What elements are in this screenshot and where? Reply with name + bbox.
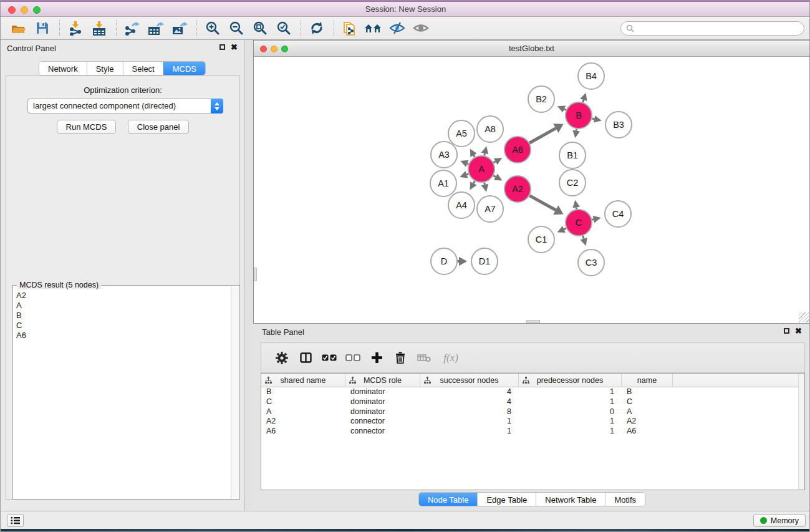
- tab-network[interactable]: Network: [39, 62, 87, 75]
- table-row[interactable]: Bdominator41B: [261, 387, 804, 397]
- table-cell[interactable]: A6: [622, 427, 673, 437]
- table-row[interactable]: Cdominator41C: [261, 397, 804, 407]
- graph-edge-A-A2[interactable]: [493, 176, 496, 177]
- criterion-dropdown[interactable]: largest connected component (directed): [27, 99, 223, 114]
- left-splitter-grip[interactable]: [254, 268, 257, 281]
- clone-network-button[interactable]: [340, 19, 359, 37]
- table-tab-edge-table[interactable]: Edge Table: [477, 493, 536, 506]
- import-network-button[interactable]: [66, 19, 85, 37]
- export-image-button[interactable]: [170, 19, 189, 37]
- table-scrollbar[interactable]: [798, 374, 804, 490]
- tab-select[interactable]: Select: [123, 62, 163, 75]
- zoom-in-button[interactable]: [203, 19, 222, 37]
- table-cell[interactable]: 1: [519, 387, 622, 397]
- table-cell[interactable]: A6: [261, 427, 345, 437]
- graph-edge-B-B3[interactable]: [592, 118, 594, 119]
- table-row[interactable]: A6connector11A6: [261, 427, 804, 437]
- tab-mcds[interactable]: MCDS: [163, 62, 205, 75]
- table-cell[interactable]: A2: [261, 417, 345, 427]
- maximize-window-button[interactable]: [33, 6, 41, 14]
- table-row[interactable]: Adominator80A: [261, 407, 804, 417]
- zoom-selected-button[interactable]: [274, 19, 293, 37]
- show-columns-button[interactable]: [295, 349, 316, 367]
- float-table-panel-icon[interactable]: [784, 328, 789, 334]
- column-header-predecessor-nodes[interactable]: predecessor nodes: [519, 374, 622, 387]
- network-canvas[interactable]: B4B2BB3B1A5A8A3A6AA1A2C2A4A7C4CC1C3DD1: [254, 57, 809, 323]
- table-cell[interactable]: connector: [345, 417, 420, 427]
- mcds-result-item[interactable]: A: [14, 301, 231, 311]
- close-network-button[interactable]: [260, 46, 267, 52]
- graph-edge-A-A1[interactable]: [466, 174, 468, 175]
- graph-edge-C-C1[interactable]: [564, 228, 566, 230]
- mcds-result-item[interactable]: B: [14, 311, 231, 321]
- table-cell[interactable]: 4: [420, 397, 519, 407]
- search-input[interactable]: [637, 24, 804, 33]
- table-cell[interactable]: 1: [420, 417, 519, 427]
- table-cell[interactable]: B: [622, 387, 673, 397]
- mcds-result-item[interactable]: A2: [14, 291, 231, 301]
- column-header-name[interactable]: name: [622, 374, 673, 387]
- table-cell[interactable]: A2: [622, 417, 673, 427]
- minimize-window-button[interactable]: [21, 6, 28, 14]
- table-cell[interactable]: 1: [420, 427, 519, 437]
- graph-edge-B-B4[interactable]: [583, 100, 584, 102]
- table-cell[interactable]: A: [622, 407, 673, 417]
- table-cell[interactable]: B: [261, 387, 345, 397]
- show-details-button[interactable]: [412, 19, 430, 37]
- maximize-network-button[interactable]: [281, 46, 288, 52]
- column-header-shared-name[interactable]: shared name: [261, 374, 345, 387]
- graph-edge-A-A7[interactable]: [485, 182, 485, 184]
- table-cell[interactable]: A: [261, 407, 345, 417]
- function-builder-button[interactable]: f(x): [437, 349, 465, 367]
- table-cell[interactable]: dominator: [345, 387, 420, 397]
- refresh-view-button[interactable]: [307, 19, 326, 37]
- table-cell[interactable]: 1: [519, 417, 622, 427]
- hide-graphics-details-button[interactable]: [388, 19, 407, 37]
- graph-edge-A-A5[interactable]: [474, 155, 475, 157]
- import-table-button[interactable]: [90, 19, 108, 37]
- graph-edge-C-C4[interactable]: [592, 220, 593, 220]
- table-row[interactable]: A2connector11A2: [261, 417, 804, 427]
- task-history-button[interactable]: [7, 514, 24, 527]
- close-panel-button[interactable]: Close panel: [128, 120, 190, 134]
- zoom-fit-button[interactable]: [251, 19, 269, 37]
- table-tab-motifs[interactable]: Motifs: [605, 493, 645, 506]
- table-settings-button[interactable]: [271, 349, 292, 367]
- table-cell[interactable]: dominator: [345, 407, 420, 417]
- memory-button[interactable]: Memory: [753, 514, 806, 527]
- mcds-result-item[interactable]: A6: [14, 331, 231, 341]
- run-mcds-button[interactable]: Run MCDS: [57, 120, 117, 134]
- table-cell[interactable]: C: [622, 397, 673, 407]
- select-all-columns-button[interactable]: [319, 349, 340, 367]
- graph-edge-A-A6[interactable]: [493, 162, 495, 163]
- graph-edge-A6-B[interactable]: [529, 128, 556, 143]
- table-tab-network-table[interactable]: Network Table: [536, 493, 605, 506]
- zoom-out-button[interactable]: [227, 19, 246, 37]
- graph-edge-A2-C[interactable]: [529, 196, 556, 210]
- column-header-MCDS-role[interactable]: MCDS role: [345, 374, 420, 387]
- table-cell[interactable]: dominator: [345, 397, 420, 407]
- graph-edge-A-A8[interactable]: [485, 153, 485, 155]
- table-cell[interactable]: 1: [519, 427, 622, 437]
- table-tab-node-table[interactable]: Node Table: [419, 493, 478, 506]
- column-header-successor-nodes[interactable]: successor nodes: [420, 374, 519, 387]
- open-file-button[interactable]: [9, 19, 28, 37]
- bottom-splitter-grip[interactable]: [526, 320, 540, 323]
- tab-style[interactable]: Style: [87, 62, 123, 75]
- network-graph[interactable]: B4B2BB3B1A5A8A3A6AA1A2C2A4A7C4CC1C3DD1: [254, 57, 809, 323]
- table-cell[interactable]: 4: [420, 387, 519, 397]
- delete-table-button[interactable]: [413, 349, 435, 367]
- mcds-result-scrollbar[interactable]: [231, 286, 239, 498]
- resize-grip-icon[interactable]: [799, 312, 809, 322]
- table-cell[interactable]: 8: [420, 407, 519, 417]
- search-field[interactable]: [620, 21, 804, 36]
- table-cell[interactable]: C: [261, 397, 345, 407]
- delete-columns-button[interactable]: [390, 349, 411, 367]
- close-window-button[interactable]: [8, 6, 16, 14]
- export-table-button[interactable]: [147, 19, 165, 37]
- graph-edge-C-C3[interactable]: [583, 236, 584, 239]
- float-panel-icon[interactable]: [219, 44, 225, 50]
- home-view-button[interactable]: [364, 19, 383, 37]
- graph-edge-A-A3[interactable]: [467, 163, 468, 164]
- mcds-result-item[interactable]: C: [14, 321, 231, 331]
